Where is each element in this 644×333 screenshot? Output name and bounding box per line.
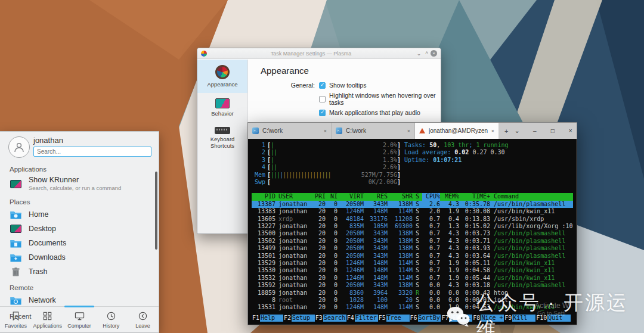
minimize-icon[interactable]: ⌄ <box>415 51 423 57</box>
launcher-tab-history[interactable]: History <box>95 307 127 332</box>
checkbox[interactable] <box>319 96 326 102</box>
terminal-tab[interactable]: jonathan@AMDRyzen3: ~× <box>415 123 499 139</box>
process-row[interactable]: 13605xrdp200481843317611208S0.70.40:13.8… <box>252 216 573 223</box>
user-avatar-icon[interactable] <box>8 136 30 158</box>
launcher-item-show-krunner[interactable]: Show KRunnerSearch, calculate, or run a … <box>8 175 159 193</box>
process-row[interactable]: 13500jonathan2002050M343M138MS0.74.30:03… <box>252 230 573 237</box>
grid-icon <box>42 311 52 321</box>
item-label: Show KRunner <box>29 176 121 184</box>
fkey-f3[interactable]: F3 <box>315 315 323 322</box>
item-label: Home <box>29 211 48 219</box>
process-row[interactable]: 13529jonathan2001246M148M114MS0.71.90:05… <box>252 260 573 267</box>
process-row[interactable]: 13502jonathan2002050M343M138MS0.74.30:03… <box>252 238 573 245</box>
behavior-icon <box>215 98 230 108</box>
new-tab-icon[interactable]: + <box>504 127 508 135</box>
column-header-mempct[interactable]: MEM% <box>440 193 459 200</box>
process-row[interactable]: 8root200102810020S0.00.00:00.01init <box>252 297 573 304</box>
terminal-maximize-icon[interactable]: □ <box>544 127 562 134</box>
fkey-f1[interactable]: F1 <box>252 315 260 322</box>
column-header-pri[interactable]: PRI <box>311 193 326 200</box>
launcher-item-desktop[interactable]: Desktop <box>8 222 159 236</box>
fkey-f7[interactable]: F7 <box>441 315 449 322</box>
fkey-label-f2[interactable]: Setup <box>292 315 315 322</box>
fkey-f6[interactable]: F6 <box>410 315 418 322</box>
krunner-icon <box>10 179 22 189</box>
process-row[interactable]: 13532jonathan2001246M148M114MS0.71.90:05… <box>252 275 573 282</box>
launcher-scrollbar[interactable] <box>155 172 157 250</box>
column-header-ni[interactable]: NI <box>326 193 338 200</box>
form-label: General: <box>249 82 319 89</box>
settings-nav-appearance[interactable]: Appearance <box>197 60 247 93</box>
settings-nav-behavior[interactable]: Behavior <box>197 93 247 122</box>
launcher-tab-leave[interactable]: Leave <box>127 307 159 332</box>
meter-mem: Mem[||||||||||||||||||||527M/7.75G] <box>252 172 401 179</box>
column-header-cpupct[interactable]: CPU% <box>422 193 440 200</box>
column-header-res[interactable]: RES <box>364 193 388 200</box>
process-row[interactable]: 13531jonathan2001246M148M114MS0.01.90:04… <box>252 304 573 311</box>
process-table-header[interactable]: PIDUSERPRINIVIRTRESSHRSCPU%MEM%TIME+Comm… <box>252 193 573 200</box>
launcher-tab-applications[interactable]: Applications <box>32 307 63 332</box>
tab-close-icon[interactable]: × <box>491 128 494 134</box>
wsl-icon <box>419 128 425 133</box>
terminal-tab[interactable]: >_C:\work× <box>332 123 415 139</box>
tab-dropdown-icon[interactable]: ⌄ <box>514 127 519 135</box>
terminal-minimize-icon[interactable]: – <box>526 127 544 134</box>
launcher-item-documents[interactable]: Documents <box>8 236 159 250</box>
process-row[interactable]: 13227jonathan200835M105M69300S0.71.30:15… <box>252 223 573 230</box>
launcher-item-trash[interactable]: Trash <box>8 264 159 279</box>
process-row[interactable]: 13499jonathan2002050M343M138MS0.74.30:03… <box>252 245 573 252</box>
launcher-item-home[interactable]: Home <box>8 207 159 222</box>
fkey-label-f5[interactable]: Tree <box>386 315 410 322</box>
column-header-command[interactable]: Command <box>490 193 573 200</box>
meter-1: 1[|2.0%] <box>252 142 401 149</box>
launcher-tab-computer[interactable]: Computer <box>63 307 95 332</box>
fkey-label-f10[interactable]: Quit <box>547 315 571 322</box>
launcher-tab-favorites[interactable]: Favorites <box>0 307 32 332</box>
settings-titlebar[interactable]: Task Manager Settings — Plasma ⌄ ^ × <box>197 48 441 59</box>
item-sublabel: Search, calculate, or run a command <box>29 185 121 191</box>
fkey-label-f3[interactable]: Search <box>323 315 346 322</box>
checkbox[interactable] <box>319 82 326 89</box>
terminal-tab[interactable]: >_C:\work× <box>248 123 332 139</box>
process-row[interactable]: 18859jonathan200836039643320R0.00.00:00.… <box>252 290 573 297</box>
terminal-close-icon[interactable]: × <box>562 127 580 134</box>
fkey-f9[interactable]: F9 <box>504 315 512 322</box>
column-header-timeplus[interactable]: TIME+ <box>459 193 490 200</box>
process-row[interactable]: 13383jonathan2001246M148M114MS2.01.90:30… <box>252 208 573 215</box>
process-row[interactable]: 13501jonathan2002050M343M138MS0.74.30:03… <box>252 253 573 260</box>
clock-icon <box>106 311 116 321</box>
column-header-shr[interactable]: SHR <box>388 193 413 200</box>
fkey-f8[interactable]: F8 <box>472 315 481 322</box>
fkey-f5[interactable]: F5 <box>378 315 386 322</box>
user-name: jonathan <box>33 136 63 145</box>
fkey-label-f7[interactable]: Nice - <box>449 315 472 322</box>
launcher-item-downloads[interactable]: Downloads <box>8 250 159 264</box>
tab-close-icon[interactable]: × <box>324 128 327 134</box>
process-row[interactable]: 13592jonathan2002050M343M138MS0.04.30:03… <box>252 282 573 289</box>
process-row[interactable]: 13387jonathan2002050M343M138MS2.64.30:35… <box>252 201 573 208</box>
sysinfo-line: Tasks: 50, 103 thr; 1 running <box>404 142 509 149</box>
htop-screen[interactable]: 1[|2.0%]2[||2.6%]3[|1.3%]4[||2.6%]Mem[||… <box>248 139 577 325</box>
fkey-label-f6[interactable]: SortBy <box>418 315 441 322</box>
cmd-icon: >_ <box>336 127 342 134</box>
close-icon[interactable]: × <box>431 50 437 57</box>
fkey-label-f4[interactable]: Filter <box>355 315 378 322</box>
form-row: Mark applications that play audio <box>249 109 441 116</box>
column-header-virt[interactable]: VIRT <box>338 193 364 200</box>
fkey-f2[interactable]: F2 <box>283 315 292 322</box>
fkey-f4[interactable]: F4 <box>346 315 355 322</box>
fkey-label-f8[interactable]: Nice + <box>481 315 504 322</box>
fkey-label-f9[interactable]: Kill <box>512 315 535 322</box>
htop-process-table: PIDUSERPRINIVIRTRESSHRSCPU%MEM%TIME+Comm… <box>252 193 573 311</box>
fkey-f10[interactable]: F10 <box>535 315 547 322</box>
fkey-label-f1[interactable]: Help <box>260 315 283 322</box>
settings-nav-keyboard-shortcuts[interactable]: Keyboard Shortcuts <box>197 122 247 154</box>
column-header-pid[interactable]: PID <box>252 193 275 200</box>
process-row[interactable]: 13530jonathan2001246M148M114MS0.71.90:04… <box>252 267 573 274</box>
tab-close-icon[interactable]: × <box>407 128 410 134</box>
column-header-user[interactable]: USER <box>275 193 311 200</box>
checkbox[interactable] <box>319 110 326 116</box>
maximize-icon[interactable]: ^ <box>423 51 431 57</box>
column-header-s[interactable]: S <box>413 193 422 200</box>
search-input[interactable] <box>33 147 151 157</box>
